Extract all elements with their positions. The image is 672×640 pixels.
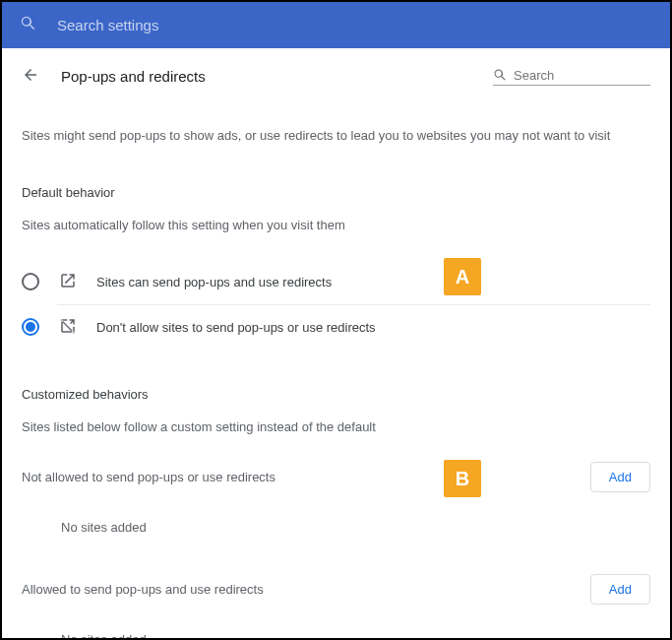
- not-allowed-row: Not allowed to send pop-ups or use redir…: [22, 462, 650, 492]
- default-behavior-subtitle: Sites automatically follow this setting …: [22, 218, 650, 232]
- default-behavior-title: Default behavior: [22, 185, 650, 200]
- block-popup-icon: [59, 317, 77, 338]
- allowed-label: Allowed to send pop-ups and use redirect…: [22, 582, 264, 597]
- radio-label: Don't allow sites to send pop-ups or use…: [96, 320, 376, 335]
- customized-subtitle: Sites listed below follow a custom setti…: [22, 419, 650, 434]
- radio-label: Sites can send pop-ups and use redirects: [96, 275, 332, 289]
- annotation-marker-a: A: [444, 258, 481, 295]
- page-description: Sites might send pop-ups to show ads, or…: [22, 126, 650, 146]
- allowed-row: Allowed to send pop-ups and use redirect…: [22, 574, 650, 605]
- add-allowed-button[interactable]: Add: [590, 574, 650, 605]
- radio-selected[interactable]: [22, 318, 39, 336]
- page-header: Pop-ups and redirects: [22, 66, 650, 87]
- not-allowed-label: Not allowed to send pop-ups or use redir…: [22, 470, 275, 484]
- radio-unselected[interactable]: [22, 273, 39, 290]
- add-not-allowed-button[interactable]: Add: [590, 462, 650, 492]
- not-allowed-empty: No sites added: [61, 520, 650, 535]
- search-icon: [493, 68, 508, 83]
- content-area: Pop-ups and redirects Sites might send p…: [2, 48, 670, 640]
- page-search-input[interactable]: [514, 68, 632, 83]
- inline-search[interactable]: [493, 68, 650, 86]
- allowed-empty: No sites added: [61, 632, 650, 641]
- top-toolbar: [2, 2, 670, 48]
- search-icon: [20, 15, 37, 35]
- page-title: Pop-ups and redirects: [61, 68, 471, 85]
- radio-option-allow[interactable]: Sites can send pop-ups and use redirects: [22, 260, 650, 304]
- annotation-marker-b: B: [444, 460, 481, 497]
- back-arrow-icon[interactable]: [22, 66, 39, 87]
- customized-title: Customized behaviors: [22, 387, 650, 402]
- radio-option-block[interactable]: Don't allow sites to send pop-ups or use…: [22, 305, 650, 350]
- open-in-new-icon: [59, 272, 77, 292]
- settings-search-input[interactable]: [57, 17, 352, 33]
